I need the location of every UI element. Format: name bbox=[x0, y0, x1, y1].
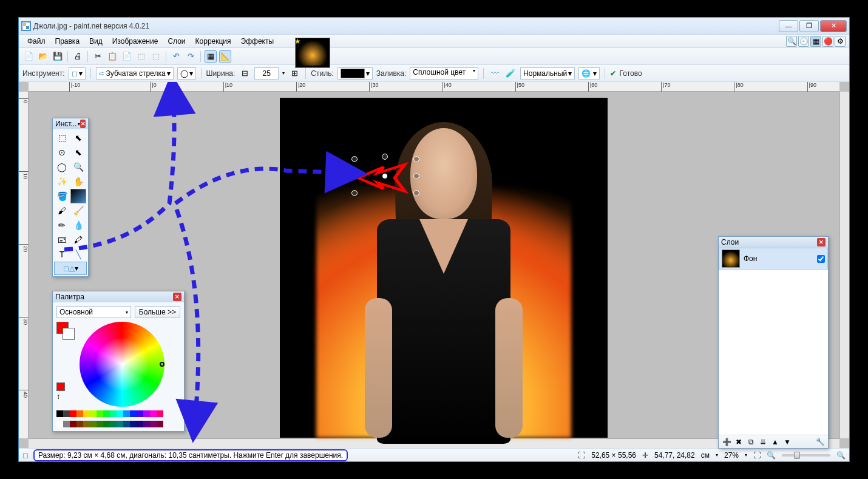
paint-bucket-tool-icon[interactable]: 🪣 bbox=[54, 189, 70, 203]
close-button[interactable]: ✕ bbox=[820, 20, 847, 32]
zoom-in-icon[interactable]: 🔍 bbox=[836, 451, 846, 460]
color-swatch[interactable] bbox=[150, 421, 157, 427]
paste-icon[interactable]: 📄 bbox=[121, 50, 133, 63]
duplicate-layer-icon[interactable]: ⧉ bbox=[745, 437, 756, 447]
tool-selector[interactable]: ◻ ▾ bbox=[69, 67, 86, 80]
zoom-slider[interactable] bbox=[782, 454, 830, 457]
width-input[interactable] bbox=[254, 67, 279, 80]
text-tool-icon[interactable]: T bbox=[54, 247, 70, 262]
color-swatch[interactable] bbox=[90, 421, 97, 427]
color-swatch[interactable] bbox=[70, 410, 76, 417]
document-thumbnail[interactable]: ★ bbox=[295, 38, 330, 68]
color-swatch[interactable] bbox=[97, 421, 103, 427]
history-window-icon[interactable]: 🕘 bbox=[798, 36, 809, 47]
antialias-icon[interactable]: 〰 bbox=[489, 67, 501, 80]
merge-layer-icon[interactable]: ⇊ bbox=[758, 437, 768, 447]
style-selector[interactable]: ▾ bbox=[337, 67, 373, 80]
zoom-slider-thumb[interactable] bbox=[794, 452, 800, 459]
move-selection-tool-icon[interactable]: ⬉ bbox=[70, 145, 86, 160]
fit-window-icon[interactable]: ⛶ bbox=[753, 451, 761, 460]
color-swatch[interactable] bbox=[137, 421, 143, 427]
layer-item[interactable]: Фон bbox=[719, 248, 828, 270]
add-layer-icon[interactable]: ➕ bbox=[721, 437, 732, 447]
open-file-icon[interactable]: 📂 bbox=[37, 50, 49, 63]
secondary-color-swatch[interactable] bbox=[63, 328, 75, 340]
grid-icon[interactable]: ▦ bbox=[205, 50, 217, 63]
resize-handle[interactable] bbox=[351, 190, 358, 196]
color-wheel[interactable] bbox=[80, 322, 164, 407]
color-swatch[interactable] bbox=[143, 421, 150, 427]
settings-icon[interactable]: ⚙ bbox=[835, 36, 846, 47]
gradient-tool-icon[interactable]: G bbox=[70, 189, 86, 203]
resize-handle[interactable] bbox=[413, 156, 419, 162]
line-tool-icon[interactable]: ╲ bbox=[70, 247, 86, 262]
color-swatch[interactable] bbox=[137, 410, 143, 417]
color-swatch[interactable] bbox=[83, 410, 90, 417]
rectangle-select-tool-icon[interactable]: ⬚ bbox=[54, 131, 70, 145]
paintbrush-tool-icon[interactable]: 🖌 bbox=[54, 203, 70, 218]
palette-panel-close-icon[interactable]: ✕ bbox=[173, 293, 181, 301]
tools-panel-close-icon[interactable]: ✕ bbox=[80, 120, 86, 128]
color-swatch[interactable] bbox=[63, 421, 70, 427]
layers-panel-close-icon[interactable]: ✕ bbox=[817, 238, 826, 246]
layer-visibility-checkbox[interactable] bbox=[817, 255, 825, 263]
canvas-image[interactable] bbox=[280, 98, 608, 438]
tools-panel[interactable]: Инст... ▾ ✕ ⬚ ⬉ ⊙ ⬉ ◯ 🔍 ✨ ✋ 🪣 G 🖌 🧹 ✏ 💧 … bbox=[52, 118, 89, 277]
layers-window-icon[interactable]: ▦ bbox=[810, 36, 821, 47]
finish-check-icon[interactable]: ✔ bbox=[610, 69, 616, 78]
color-swatch[interactable] bbox=[56, 410, 63, 417]
status-unit[interactable]: см bbox=[701, 451, 710, 460]
move-selected-tool-icon[interactable]: ⬉ bbox=[70, 131, 86, 145]
move-layer-down-icon[interactable]: ▼ bbox=[782, 437, 793, 447]
color-swatch[interactable] bbox=[130, 410, 137, 417]
palette-panel[interactable]: Палитра ✕ Основной Больше >> ↕ bbox=[52, 291, 185, 432]
color-swatch[interactable] bbox=[63, 410, 70, 417]
menu-adjustments[interactable]: Коррекция bbox=[191, 35, 236, 47]
resize-handle[interactable] bbox=[382, 154, 388, 160]
color-swatch[interactable] bbox=[97, 410, 103, 417]
color-swatch[interactable] bbox=[110, 410, 117, 417]
color-swatch[interactable] bbox=[150, 410, 157, 417]
layers-panel-title[interactable]: Слои ✕ bbox=[719, 237, 828, 248]
primary-secondary-selector[interactable]: Основной bbox=[56, 306, 131, 318]
color-swatch[interactable] bbox=[130, 421, 137, 427]
resize-handle[interactable] bbox=[413, 173, 419, 179]
recent-color-swatch[interactable] bbox=[56, 382, 65, 391]
redo-icon[interactable]: ↷ bbox=[185, 50, 197, 63]
recolor-tool-icon[interactable]: 🖍 bbox=[70, 233, 86, 247]
selection-mode-selector[interactable]: 🌐 ▾ bbox=[578, 67, 599, 80]
layers-panel[interactable]: Слои ✕ Фон ➕ ✖ ⧉ ⇊ ▲ ▼ 🔧 bbox=[718, 236, 829, 449]
color-swatch[interactable] bbox=[157, 421, 163, 427]
pencil-tool-icon[interactable]: ✏ bbox=[54, 218, 70, 233]
maximize-button[interactable]: ❐ bbox=[799, 20, 819, 32]
unit-dropdown-icon[interactable]: ▾ bbox=[716, 452, 718, 458]
fill-selector[interactable]: Сплошной цвет bbox=[410, 67, 478, 80]
more-colors-button[interactable]: Больше >> bbox=[135, 306, 180, 318]
save-file-icon[interactable]: 💾 bbox=[52, 50, 64, 63]
palette-panel-title[interactable]: Палитра ✕ bbox=[53, 291, 184, 302]
zoom-out-icon[interactable]: 🔍 bbox=[767, 451, 776, 460]
finish-label[interactable]: Готово bbox=[620, 69, 642, 78]
color-swatch[interactable] bbox=[70, 421, 76, 427]
minimize-button[interactable]: — bbox=[779, 20, 798, 32]
color-swatch[interactable] bbox=[157, 410, 163, 417]
tools-window-icon[interactable]: 🔍 bbox=[786, 36, 797, 47]
layer-properties-icon[interactable]: 🔧 bbox=[815, 437, 826, 447]
status-zoom[interactable]: 27% bbox=[724, 451, 739, 460]
undo-icon[interactable]: ↶ bbox=[170, 50, 182, 63]
color-swatch[interactable] bbox=[143, 410, 150, 417]
width-dropdown-icon[interactable]: ▾ bbox=[282, 70, 285, 76]
print-icon[interactable]: 🖨 bbox=[72, 50, 84, 63]
menu-edit[interactable]: Правка bbox=[50, 35, 85, 47]
ellipse-select-tool-icon[interactable]: ◯ bbox=[54, 160, 70, 174]
color-swatch[interactable] bbox=[103, 410, 110, 417]
color-swatch[interactable] bbox=[117, 421, 123, 427]
menu-file[interactable]: Файл bbox=[22, 35, 50, 47]
delete-layer-icon[interactable]: ✖ bbox=[733, 437, 744, 447]
color-swatch[interactable] bbox=[110, 421, 117, 427]
color-wheel-marker[interactable] bbox=[160, 362, 164, 367]
shape-style-selector[interactable]: ◯ ▾ bbox=[177, 67, 196, 80]
width-increase-icon[interactable]: ⊞ bbox=[288, 67, 300, 80]
clone-stamp-tool-icon[interactable]: 🖃 bbox=[54, 233, 70, 247]
magic-wand-tool-icon[interactable]: ✨ bbox=[54, 174, 70, 189]
